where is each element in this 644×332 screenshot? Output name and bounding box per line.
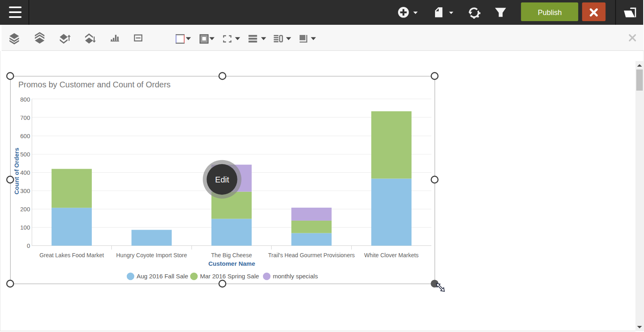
svg-text:Publish: Publish <box>538 9 562 17</box>
svg-text:300: 300 <box>20 188 30 194</box>
svg-text:Aug 2016 Fall Sale: Aug 2016 Fall Sale <box>137 273 188 280</box>
svg-text:400: 400 <box>20 169 30 176</box>
svg-text:Customer Name: Customer Name <box>208 260 255 267</box>
svg-text:Great Lakes Food Market: Great Lakes Food Market <box>39 252 104 258</box>
svg-text:0: 0 <box>27 243 30 249</box>
svg-text:800: 800 <box>20 96 30 103</box>
svg-text:monthly specials: monthly specials <box>273 273 318 280</box>
svg-text:500: 500 <box>20 151 30 158</box>
svg-text:200: 200 <box>20 206 30 213</box>
svg-text:Count of Orders: Count of Orders <box>13 148 20 195</box>
svg-text:The Big Cheese: The Big Cheese <box>211 252 252 258</box>
svg-text:Trail's Head Gourmet Provision: Trail's Head Gourmet Provisioners <box>268 252 355 258</box>
svg-text:White Clover Markets: White Clover Markets <box>364 252 419 258</box>
svg-text:Hungry Coyote Import Store: Hungry Coyote Import Store <box>116 252 187 258</box>
svg-text:100: 100 <box>20 224 30 231</box>
svg-text:Mar 2016 Spring Sale: Mar 2016 Spring Sale <box>200 273 259 280</box>
svg-text:Promos by Customer and Count o: Promos by Customer and Count of Orders <box>18 80 171 89</box>
svg-text:700: 700 <box>20 115 30 121</box>
svg-text:Edit: Edit <box>215 175 229 184</box>
svg-text:600: 600 <box>20 133 30 139</box>
